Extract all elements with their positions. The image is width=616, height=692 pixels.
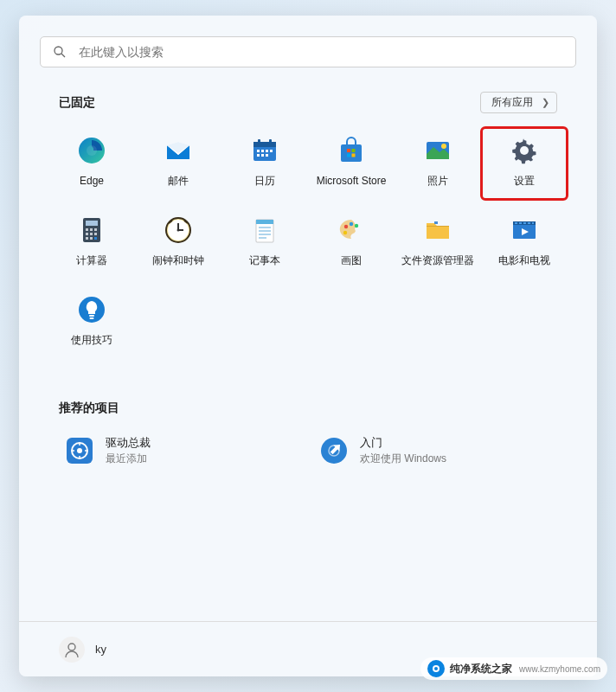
edge-icon — [75, 134, 108, 167]
movies-icon — [508, 214, 541, 247]
search-input[interactable] — [79, 45, 563, 59]
svg-rect-30 — [94, 233, 97, 235]
svg-point-48 — [343, 231, 347, 234]
app-label: 使用技巧 — [71, 334, 112, 346]
app-label: 照片 — [427, 175, 448, 187]
svg-point-46 — [350, 222, 353, 226]
app-clock[interactable]: 闹钟和时钟 — [135, 207, 221, 279]
app-paint[interactable]: 画图 — [308, 207, 395, 279]
svg-point-67 — [434, 667, 438, 670]
svg-point-38 — [177, 229, 180, 232]
svg-rect-14 — [266, 154, 268, 157]
app-tips[interactable]: 使用技巧 — [48, 286, 135, 359]
app-settings[interactable]: 设置 — [481, 127, 568, 200]
svg-rect-40 — [256, 220, 273, 224]
svg-rect-16 — [347, 149, 350, 152]
svg-point-45 — [344, 225, 348, 228]
app-label: 闹钟和时钟 — [152, 254, 204, 266]
photos-icon — [421, 134, 454, 167]
svg-rect-18 — [347, 154, 350, 157]
svg-rect-29 — [90, 233, 93, 235]
app-calculator[interactable]: 计算器 — [48, 207, 135, 279]
app-label: 记事本 — [249, 254, 280, 266]
svg-rect-7 — [269, 139, 272, 144]
recommended-title: 推荐的项目 — [59, 400, 557, 416]
settings-icon — [508, 134, 541, 167]
paint-icon — [335, 214, 368, 247]
recommended-items: 驱动总裁 最近添加 入门 欢迎使用 Windows — [59, 430, 557, 471]
svg-point-22 — [520, 146, 529, 155]
mail-icon — [162, 134, 195, 167]
svg-rect-33 — [94, 237, 97, 240]
app-label: Microsoft Store — [317, 175, 387, 187]
svg-rect-27 — [94, 228, 97, 231]
calendar-icon — [248, 134, 281, 167]
svg-point-3 — [87, 145, 97, 156]
search-bar[interactable] — [40, 36, 576, 67]
svg-rect-53 — [519, 222, 522, 224]
watermark-text: 纯净系统之家 — [450, 662, 512, 676]
svg-rect-32 — [90, 237, 93, 240]
all-apps-label: 所有应用 — [491, 95, 533, 110]
pinned-header: 已固定 所有应用 ❯ — [59, 92, 557, 113]
pinned-title: 已固定 — [59, 95, 95, 111]
recommended-item-driver[interactable]: 驱动总裁 最近添加 — [59, 430, 303, 471]
start-menu: 已固定 所有应用 ❯ Edge 邮件 — [19, 16, 597, 676]
svg-rect-56 — [532, 222, 534, 224]
recommended-item-title: 驱动总裁 — [106, 435, 151, 451]
driver-icon — [64, 435, 95, 466]
svg-rect-31 — [86, 237, 88, 240]
app-store[interactable]: Microsoft Store — [308, 127, 395, 200]
all-apps-button[interactable]: 所有应用 ❯ — [480, 92, 557, 113]
app-explorer[interactable]: 文件资源管理器 — [395, 207, 481, 279]
svg-rect-25 — [86, 228, 88, 231]
svg-rect-15 — [341, 144, 362, 162]
svg-rect-26 — [90, 228, 93, 231]
svg-rect-19 — [352, 154, 356, 157]
svg-rect-52 — [515, 222, 517, 224]
svg-rect-24 — [86, 221, 98, 226]
svg-rect-49 — [434, 221, 438, 224]
svg-rect-11 — [270, 150, 273, 152]
recommended-item-subtitle: 欢迎使用 Windows — [360, 452, 446, 466]
app-mail[interactable]: 邮件 — [135, 127, 221, 200]
pinned-apps-grid: Edge 邮件 日历 Microsoft Store — [48, 127, 568, 359]
chevron-right-icon: ❯ — [542, 97, 549, 108]
svg-rect-17 — [352, 149, 356, 152]
svg-rect-12 — [257, 154, 260, 157]
svg-point-47 — [355, 224, 358, 227]
app-label: 邮件 — [168, 175, 189, 187]
app-edge[interactable]: Edge — [48, 127, 135, 200]
recommended-item-getstarted[interactable]: 入门 欢迎使用 Windows — [313, 430, 557, 471]
app-movies[interactable]: 电影和电视 — [481, 207, 568, 279]
app-label: 文件资源管理器 — [401, 254, 474, 266]
app-label: Edge — [80, 175, 104, 187]
notepad-icon — [248, 214, 281, 247]
app-label: 日历 — [254, 175, 275, 187]
watermark: 纯净系统之家 www.kzmyhome.com — [420, 657, 607, 680]
getstarted-icon — [318, 435, 350, 466]
app-label: 电影和电视 — [498, 254, 550, 266]
user-account-button[interactable]: ky — [59, 637, 106, 663]
tips-icon — [75, 293, 108, 326]
svg-rect-55 — [528, 222, 530, 224]
svg-rect-5 — [253, 142, 276, 147]
app-calendar[interactable]: 日历 — [221, 127, 308, 200]
app-notepad[interactable]: 记事本 — [221, 207, 308, 279]
search-icon — [53, 45, 67, 59]
recommended-item-subtitle: 最近添加 — [106, 452, 151, 466]
watermark-logo-icon — [427, 660, 445, 677]
svg-line-1 — [61, 54, 65, 57]
svg-rect-54 — [523, 222, 526, 224]
svg-point-0 — [55, 47, 62, 54]
svg-rect-8 — [257, 150, 260, 152]
recommended-section: 推荐的项目 驱动总裁 最近添加 入门 欢迎使用 Windows — [59, 400, 557, 471]
clock-icon — [162, 214, 195, 247]
svg-rect-13 — [261, 154, 264, 157]
svg-rect-6 — [258, 139, 260, 144]
pinned-section: 已固定 所有应用 ❯ Edge 邮件 — [59, 92, 557, 359]
svg-rect-28 — [86, 233, 88, 235]
app-photos[interactable]: 照片 — [395, 127, 481, 200]
watermark-url: www.kzmyhome.com — [519, 664, 600, 674]
svg-rect-59 — [90, 317, 94, 319]
